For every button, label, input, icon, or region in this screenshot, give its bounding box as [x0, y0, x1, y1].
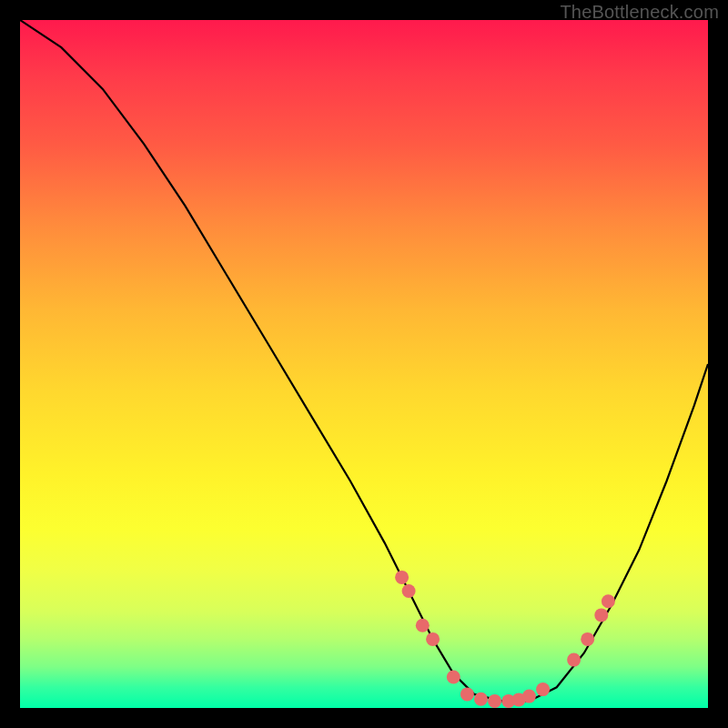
chart-marker — [567, 653, 581, 667]
bottleneck-chart — [20, 20, 708, 708]
chart-marker — [602, 594, 615, 608]
chart-marker — [402, 584, 416, 598]
chart-marker — [581, 632, 594, 646]
chart-marker — [488, 694, 501, 708]
chart-marker — [594, 608, 608, 622]
chart-marker — [447, 671, 460, 684]
chart-marker — [460, 687, 474, 701]
chart-marker — [536, 682, 550, 696]
chart-markers — [395, 571, 615, 708]
chart-marker — [522, 690, 536, 703]
chart-marker — [474, 693, 488, 706]
chart-marker — [395, 571, 409, 584]
chart-marker — [426, 632, 440, 646]
chart-marker — [416, 619, 430, 632]
